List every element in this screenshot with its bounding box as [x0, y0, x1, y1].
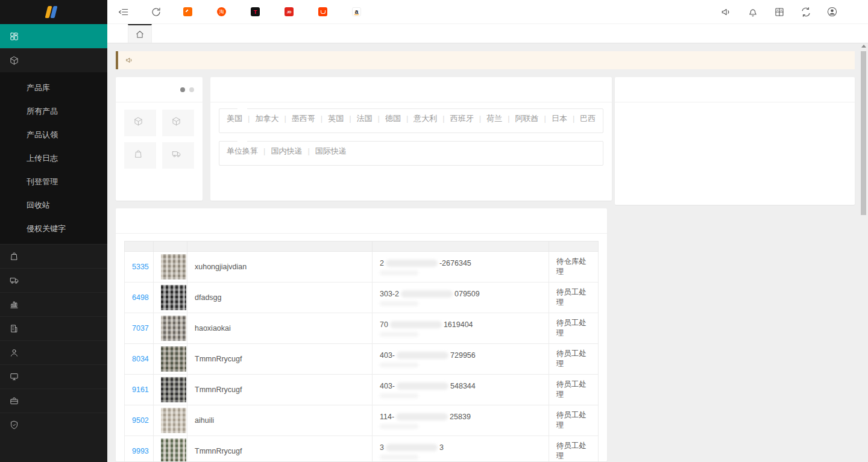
redacted-text — [380, 393, 418, 398]
shop-name: aihuili — [195, 416, 214, 425]
sidebar-group-company[interactable] — [0, 316, 107, 340]
sidebar-subitem[interactable]: 产品库 — [0, 76, 107, 99]
tmall-icon: T — [251, 7, 260, 16]
jd-icon: JD — [285, 7, 294, 16]
query-link[interactable]: 国际快递 — [302, 146, 346, 155]
amazon-id: 403-548344 — [380, 382, 476, 390]
sidebar-subitem[interactable]: 刊登管理 — [0, 170, 107, 193]
announcement-icon[interactable] — [721, 7, 732, 17]
shortcuts-card: 美国加拿大墨西哥英国法国德国意大利西班牙荷兰阿联酋日本巴西 单位换算国内快递国际… — [210, 77, 612, 201]
sidebar-collapse-icon[interactable] — [118, 7, 129, 17]
sidebar-item-amazon-auth[interactable] — [0, 413, 107, 437]
sidebar-group-accounts[interactable] — [0, 340, 107, 364]
order-status: 待员工处理 — [556, 288, 587, 307]
sidebar-group-reports[interactable] — [0, 292, 107, 316]
sidebar-subitem[interactable]: 产品认领 — [0, 123, 107, 146]
order-row: 9502 aihuili 114-25839 待员工处理 — [125, 405, 599, 436]
country-link[interactable]: 日本 — [539, 114, 567, 123]
todo-tile-to-receive[interactable] — [162, 142, 194, 169]
order-id-link[interactable]: 7037 — [132, 324, 149, 332]
amazon-id: 303-2079509 — [380, 290, 480, 298]
link-amazon[interactable]: a — [352, 7, 364, 16]
sidebar-subitem[interactable]: 上传日志 — [0, 146, 107, 170]
country-link[interactable]: 荷兰 — [474, 114, 502, 123]
order-id-link[interactable]: 9993 — [132, 447, 149, 455]
exchange-rate-icon[interactable] — [800, 7, 811, 17]
country-link[interactable]: 阿联酋 — [502, 114, 538, 123]
sidebar-subitem[interactable]: 回收站 — [0, 193, 107, 217]
country-link[interactable]: 西班牙 — [437, 114, 473, 123]
order-row: 8034 TmmnRrycugf 403-729956 待员工处理 — [125, 344, 599, 375]
sidebar-subitem[interactable]: 所有产品 — [0, 99, 107, 123]
content-area: 美国加拿大墨西哥英国法国德国意大利西班牙荷兰阿联酋日本巴西 单位换算国内快递国际… — [107, 43, 868, 462]
order-id-link[interactable]: 9502 — [132, 416, 149, 425]
scrollbar-up-arrow[interactable] — [861, 45, 866, 48]
todo-card — [116, 77, 203, 201]
carousel-dot[interactable] — [189, 87, 194, 92]
tabbar — [107, 24, 868, 43]
product-image-blurred — [161, 377, 186, 402]
todo-tile-new-product[interactable] — [124, 110, 156, 136]
tab-home[interactable] — [128, 24, 152, 43]
tab-product-library[interactable] — [152, 24, 174, 43]
country-link[interactable]: 英国 — [315, 114, 344, 123]
bell-icon[interactable] — [747, 7, 758, 17]
amazon-icon: a — [352, 7, 361, 16]
shop-name: TmmnRrycugf — [195, 447, 242, 455]
amazon-id: 114-25839 — [380, 413, 471, 421]
country-link[interactable]: 意大利 — [401, 114, 437, 123]
redacted-text — [386, 260, 438, 267]
box-icon — [172, 117, 181, 126]
tabs-scroll-left[interactable] — [107, 24, 128, 43]
amazon-id: 2-2676345 — [380, 259, 471, 267]
todo-tile-new-order[interactable] — [124, 142, 156, 169]
redacted-text — [380, 363, 418, 367]
order-id-link[interactable]: 6498 — [132, 293, 149, 302]
sidebar-group-toolkit[interactable] — [0, 389, 107, 413]
carousel-dot-active[interactable] — [180, 87, 185, 92]
sidebar-subitem[interactable]: 侵权关键字 — [0, 217, 107, 240]
user-menu[interactable] — [827, 7, 841, 17]
query-link[interactable]: 单位换算 — [227, 146, 258, 155]
country-link[interactable]: 法国 — [344, 114, 372, 123]
aliexpress-icon — [318, 7, 327, 16]
sidebar-group-product[interactable] — [0, 48, 107, 72]
country-link[interactable]: 巴西 — [567, 114, 596, 123]
link-1688[interactable] — [183, 7, 195, 16]
country-link[interactable]: 美国 — [227, 114, 242, 123]
sidebar-item-console[interactable] — [0, 24, 107, 48]
abnormal-orders-card: 5335 xuhongjiajvdian 2-2676345 待仓库处理 — [116, 208, 607, 461]
link-jd[interactable]: JD — [285, 7, 297, 16]
order-row: 5335 xuhongjiajvdian 2-2676345 待仓库处理 — [125, 252, 599, 283]
tabs-menu-icon[interactable] — [848, 24, 868, 43]
query-link[interactable]: 国内快递 — [258, 146, 302, 155]
shield-check-icon — [10, 420, 19, 429]
refresh-icon[interactable] — [151, 7, 162, 17]
link-tmall[interactable]: T — [251, 7, 263, 16]
order-row: 9993 TmmnRrycugf 33 待员工处理 — [125, 436, 599, 462]
redacted-text — [380, 424, 418, 429]
todo-tile-to-purchase[interactable] — [162, 110, 194, 136]
monitor-icon — [10, 372, 19, 381]
truck-icon — [10, 276, 19, 285]
link-taobao[interactable]: 淘 — [217, 7, 229, 16]
redacted-text — [386, 444, 438, 451]
link-aliexpress[interactable] — [318, 7, 330, 16]
order-id-link[interactable]: 8034 — [132, 355, 149, 363]
vertical-scrollbar[interactable] — [861, 43, 866, 462]
cube-icon — [10, 56, 19, 65]
sidebar-group-system[interactable] — [0, 364, 107, 389]
country-link[interactable]: 德国 — [373, 114, 401, 123]
apps-grid-icon[interactable] — [774, 7, 785, 17]
order-status: 待员工处理 — [556, 349, 587, 368]
country-link[interactable]: 加拿大 — [242, 114, 278, 123]
sidebar-group-logistics[interactable] — [0, 268, 107, 292]
sidebar-group-orders[interactable] — [0, 244, 107, 268]
order-id-link[interactable]: 9161 — [132, 386, 149, 394]
scrollbar-thumb[interactable] — [861, 51, 866, 215]
country-link[interactable]: 墨西哥 — [278, 114, 315, 123]
order-id-link[interactable]: 5335 — [132, 263, 149, 271]
product-image-blurred — [161, 316, 186, 341]
box-icon — [134, 117, 143, 126]
tabs-scroll-right[interactable] — [827, 24, 848, 43]
